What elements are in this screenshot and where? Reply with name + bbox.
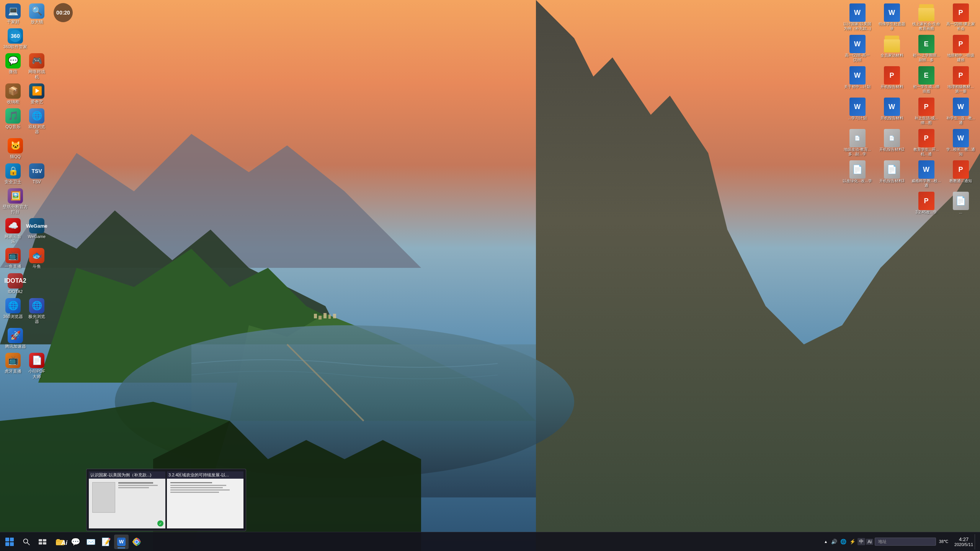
task-view-button[interactable] [35, 535, 50, 549]
preview-title-1: 认识国家-以美国为例（补充款...) [89, 471, 165, 479]
svg-rect-19 [39, 539, 42, 541]
desktop-icon-browser360[interactable]: 🌐 双核浏览器 [26, 107, 48, 136]
taskbar: 💬 ✉️ 📝 W ▲ [0, 532, 980, 551]
clock-time-display: 4:27 [959, 536, 969, 542]
ai-badge[interactable]: Ai [55, 535, 74, 551]
desktop-icon-idota2[interactable]: IDOTA2 IDOTA2 [2, 272, 29, 296]
tray-icon-network[interactable]: 🌐 [839, 538, 848, 545]
clock-display: 00:20 [54, 3, 73, 22]
tray-expand-button[interactable]: ▲ [823, 539, 828, 544]
desktop-icon-360zoom[interactable]: 🔍 放大镜 [26, 2, 48, 26]
svg-rect-20 [43, 539, 46, 541]
file-icon-3[interactable]: 线上家长会-生命教育画图 [910, 2, 942, 33]
desktop-icon-360soft[interactable]: 360 360软件管家 [2, 27, 29, 51]
desktop-icon-cupboard[interactable]: 📦 收纳柜 [2, 82, 24, 106]
address-input[interactable] [888, 540, 919, 544]
taskbar-app-chrome[interactable] [129, 535, 144, 549]
ai-label: Ai [61, 540, 67, 546]
svg-line-18 [27, 543, 29, 545]
file-icon-2[interactable]: W 特殊学生处选题录 [875, 2, 908, 33]
clock-time: 00:20 [56, 10, 70, 16]
file-icon-8[interactable]: P 地班初中...-班级建班 [944, 33, 977, 64]
desktop-icon-cloudmusic[interactable]: ☁️ 网易云音乐 [2, 217, 24, 246]
address-label: 地址 [878, 539, 887, 544]
landscape-svg [0, 0, 980, 551]
taskbar-apps: 💬 ✉️ 📝 W [53, 535, 823, 549]
svg-rect-8 [314, 314, 317, 318]
system-clock[interactable]: 4:27 2020/5/11 [954, 536, 973, 547]
desktop-icon-wechat[interactable]: 💬 微信 [2, 52, 24, 81]
preview-thumb-1[interactable]: ✓ [89, 479, 165, 528]
desktop-icon-huya[interactable]: 📺 虎牙直播 [2, 351, 24, 380]
svg-rect-21 [39, 542, 42, 544]
file-icon-26[interactable]: 📄 ... [944, 190, 977, 216]
file-icon-6[interactable]: 全员家访材料 [875, 33, 908, 64]
desktop-icon-360guard[interactable]: 🔒 安全卫士 [2, 162, 24, 186]
file-icon-21[interactable]: 📄 以改绿化...改...学 [841, 159, 874, 189]
desktop-icon-computer[interactable]: 💻 干家好 [2, 2, 24, 26]
desktop-icon-taobao[interactable]: 🐱 猫QQ [2, 137, 29, 161]
svg-rect-10 [323, 313, 327, 318]
svg-rect-12 [333, 314, 336, 318]
desktop-icon-pdf[interactable]: 📄 小印PDF大师 [26, 351, 48, 380]
file-icon-9[interactable]: W 关于初中...计划 [841, 65, 874, 95]
file-icon-14[interactable]: W 开机报告材料 [875, 96, 908, 127]
windows-logo [5, 538, 14, 546]
file-icon-13[interactable]: W ...学习计划 [841, 96, 874, 127]
svg-rect-9 [318, 316, 322, 320]
file-icon-5[interactable]: W 高一(2)班-高一(2)班 [841, 33, 874, 64]
svg-point-28 [136, 540, 138, 543]
tray-icon-1[interactable]: 🔊 [830, 538, 838, 545]
tray-icon-input[interactable]: 中 [858, 538, 865, 545]
taskbar-preview: 认识国家-以美国为例（补充款...) ✓ 3.2.4区域农业的可持续发展-以..… [86, 469, 246, 531]
desktop-icon-polar[interactable]: 🌐 极光浏览器 [26, 297, 48, 326]
address-bar[interactable]: 地址 [875, 538, 936, 546]
file-icon-12[interactable]: P 地理初级教材...第一册 [944, 65, 977, 95]
file-icon-24[interactable]: P 教教通...通知 [944, 159, 977, 189]
desktop-icon-wegame[interactable]: WeGame WeGame [26, 217, 48, 246]
taskbar-app-note[interactable]: 📝 [99, 535, 113, 549]
file-icon-7[interactable]: E 初一-上学期班...副班...多 [910, 33, 942, 64]
desktop-right-icons: W 以讨国家-以美国为例（补充款...) W 特殊学生处选题录 线上家长会-生命… [841, 2, 978, 216]
clock-widget: 00:20 [54, 3, 73, 22]
file-icon-15[interactable]: P 补上生活-成...绑...图 [910, 96, 942, 127]
desktop-icon-tsv[interactable]: TSV TSV [26, 162, 48, 186]
preview-item-2[interactable]: 3.2.4区域农业的可持续发展-以... [167, 471, 243, 528]
desktop-icon-qqmusic[interactable]: 🎵 QQ音乐 [2, 107, 24, 136]
start-button[interactable] [0, 532, 19, 551]
file-icon-16[interactable]: W 补学生...连...教...通 [944, 96, 977, 127]
svg-rect-22 [43, 542, 46, 544]
show-desktop-button[interactable] [975, 534, 977, 549]
file-icon-10[interactable]: P 开机报告材料 [875, 65, 908, 95]
file-icon-20[interactable]: W 学...校长...教...通知 [944, 127, 977, 158]
desktop-icon-douyu[interactable]: 🐟 斗鱼 [26, 246, 48, 271]
system-tray: 🔊 🌐 ⚡ 中 Ai [830, 538, 873, 545]
file-icon-4[interactable]: P 高一(2)班-课上家长会 [944, 2, 977, 33]
preview-item-1[interactable]: 认识国家-以美国为例（补充款...) ✓ [89, 471, 165, 528]
file-icon-11[interactable]: E 初一学生成...绑班图 [910, 65, 942, 95]
taskbar-app-email[interactable]: ✉️ [83, 535, 98, 549]
file-icon-23[interactable]: W 威格科学教...校...通 [910, 159, 942, 189]
taskbar-app-wps[interactable]: W [114, 535, 129, 549]
search-button[interactable] [19, 535, 34, 549]
file-icon-19[interactable]: P 教育学生...开...机...通 [910, 127, 942, 158]
desktop-icon-wallpaper[interactable]: 🖼️ 壁纸分析官方打台 [2, 187, 29, 216]
desktop-icon-qiyi[interactable]: ▶️ 爱奇艺 [26, 82, 48, 106]
tray-icon-ai[interactable]: Ai [866, 539, 873, 545]
file-icon-1[interactable]: W 以讨国家-以美国为例（补充款...) [841, 2, 874, 33]
preview-thumb-2[interactable] [167, 479, 243, 528]
svg-rect-11 [328, 315, 331, 319]
svg-text:360: 360 [11, 33, 20, 39]
desktop-icon-speedup[interactable]: 🚀 腾讯加速器 [2, 326, 29, 350]
desktop-icon-youxian[interactable]: 🎮 网络对战机 [26, 52, 48, 81]
file-icon-17[interactable]: 📄 地级改动-教育...多...副...学 [841, 127, 874, 158]
file-icon-18[interactable]: 📄 开机报告材料2 [875, 127, 908, 158]
clock-date-display: 2020/5/11 [954, 542, 973, 547]
desktop-icon-ie[interactable]: 🌐 360浏览器 [2, 297, 24, 326]
tray-icon-battery[interactable]: ⚡ [848, 538, 857, 545]
preview-title-2: 3.2.4区域农业的可持续发展-以... [167, 471, 243, 479]
file-icon-22[interactable]: 📄 开机报告材料3 [875, 159, 908, 189]
file-icon-25[interactable]: P 3.2.45改...学 [910, 190, 942, 216]
desktop-icon-live[interactable]: 📺 一鱼直播 [2, 246, 24, 271]
taskbar-right: ▲ 🔊 🌐 ⚡ 中 Ai 地址 38℃ 4:27 2020/5/11 [823, 534, 980, 549]
